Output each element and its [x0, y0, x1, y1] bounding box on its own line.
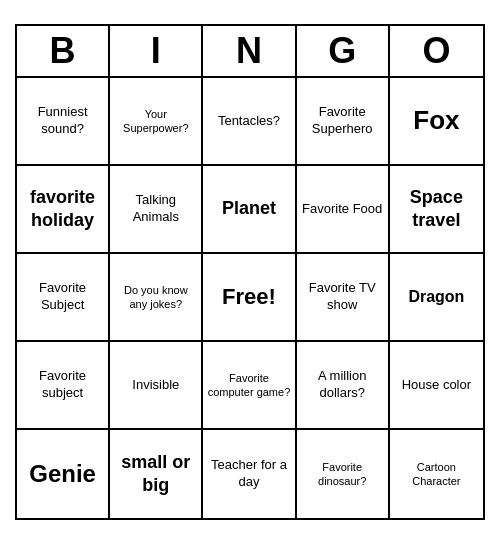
header-letter-G: G	[297, 26, 390, 76]
bingo-card: BINGO Funniest sound?Your Superpower?Ten…	[15, 24, 485, 520]
bingo-cell-13[interactable]: Favorite TV show	[297, 254, 390, 342]
bingo-cell-4[interactable]: Fox	[390, 78, 483, 166]
bingo-cell-12[interactable]: Free!	[203, 254, 296, 342]
bingo-header: BINGO	[17, 26, 483, 78]
bingo-cell-7[interactable]: Planet	[203, 166, 296, 254]
bingo-cell-3[interactable]: Favorite Superhero	[297, 78, 390, 166]
bingo-cell-6[interactable]: Talking Animals	[110, 166, 203, 254]
header-letter-B: B	[17, 26, 110, 76]
bingo-cell-22[interactable]: Teacher for a day	[203, 430, 296, 518]
bingo-cell-9[interactable]: Space travel	[390, 166, 483, 254]
bingo-cell-16[interactable]: Invisible	[110, 342, 203, 430]
bingo-grid: Funniest sound?Your Superpower?Tentacles…	[17, 78, 483, 518]
bingo-cell-1[interactable]: Your Superpower?	[110, 78, 203, 166]
bingo-cell-10[interactable]: Favorite Subject	[17, 254, 110, 342]
bingo-cell-0[interactable]: Funniest sound?	[17, 78, 110, 166]
bingo-cell-20[interactable]: Genie	[17, 430, 110, 518]
bingo-cell-23[interactable]: Favorite dinosaur?	[297, 430, 390, 518]
bingo-cell-8[interactable]: Favorite Food	[297, 166, 390, 254]
bingo-cell-15[interactable]: Favorite subject	[17, 342, 110, 430]
bingo-cell-2[interactable]: Tentacles?	[203, 78, 296, 166]
bingo-cell-11[interactable]: Do you know any jokes?	[110, 254, 203, 342]
bingo-cell-18[interactable]: A million dollars?	[297, 342, 390, 430]
header-letter-O: O	[390, 26, 483, 76]
header-letter-I: I	[110, 26, 203, 76]
bingo-cell-17[interactable]: Favorite computer game?	[203, 342, 296, 430]
bingo-cell-21[interactable]: small or big	[110, 430, 203, 518]
header-letter-N: N	[203, 26, 296, 76]
bingo-cell-24[interactable]: Cartoon Character	[390, 430, 483, 518]
bingo-cell-19[interactable]: House color	[390, 342, 483, 430]
bingo-cell-14[interactable]: Dragon	[390, 254, 483, 342]
bingo-cell-5[interactable]: favorite holiday	[17, 166, 110, 254]
